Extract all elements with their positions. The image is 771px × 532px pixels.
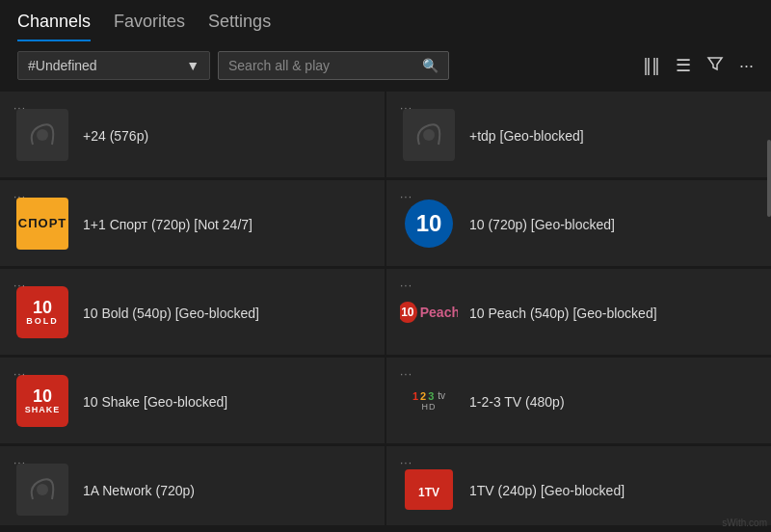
logo-ten-icon: 10 (405, 200, 453, 248)
channel-item[interactable]: ··· 1TV 1TV (240p) [Geo-blocked] (386, 446, 771, 525)
svg-text:1TV: 1TV (418, 486, 439, 499)
channel-info: 1A Network (720p) (83, 478, 371, 499)
channel-info: +tdp [Geo-blocked] (469, 123, 758, 145)
channel-info: 1-2-3 TV (480p) (469, 389, 758, 411)
channel-title: 1-2-3 TV (480p) (469, 394, 565, 410)
group-dropdown[interactable]: #Undefined ▼ (17, 51, 210, 80)
logo-generic-icon (16, 464, 68, 516)
search-box: 🔍 (218, 51, 449, 80)
channel-more-button[interactable]: ··· (400, 190, 412, 203)
channel-item[interactable]: ··· +24 (576p) (0, 92, 385, 178)
channel-more-button[interactable]: ··· (13, 279, 26, 292)
channel-info: 10 Peach (540p) [Geo-blocked] (469, 301, 758, 322)
search-input[interactable] (228, 58, 416, 73)
top-nav: Channels Favorites Settings (0, 0, 771, 41)
svg-point-1 (37, 129, 48, 141)
channel-title: +tdp [Geo-blocked] (469, 128, 584, 144)
watermark: sWith.com (722, 518, 767, 528)
channel-item[interactable]: ··· 10 10 (720p) [Geo-blocked] (386, 180, 771, 267)
channel-info: 1+1 Спорт (720p) [Not 24/7] (83, 212, 371, 233)
logo-ten-shake-icon: 10 SHAKE (16, 375, 68, 427)
channel-more-button[interactable]: ··· (400, 456, 412, 469)
channel-item[interactable]: ··· +tdp [Geo-blocked] (386, 92, 771, 178)
channel-info: 1TV (240p) [Geo-blocked] (469, 478, 758, 499)
channel-item[interactable]: ··· 1A Network (720p) (0, 446, 385, 525)
channel-info: +24 (576p) (83, 123, 371, 145)
toolbar: #Undefined ▼ 🔍 ‖‖ ☰ ··· (0, 41, 771, 90)
channel-title: 10 Peach (540p) [Geo-blocked] (469, 306, 657, 321)
tab-channels[interactable]: Channels (17, 12, 91, 41)
toolbar-icons: ‖‖ ☰ ··· (643, 55, 754, 77)
channel-logo (13, 106, 71, 164)
scrollbar[interactable] (767, 140, 771, 217)
channel-title: +24 (576p) (83, 128, 148, 144)
channel-logo: СПОРТ (13, 195, 71, 253)
channel-logo (400, 106, 458, 164)
search-icon[interactable]: 🔍 (422, 58, 439, 73)
channel-more-button[interactable]: ··· (13, 367, 26, 381)
logo-generic-icon (16, 109, 68, 161)
channel-title: 1TV (240p) [Geo-blocked] (469, 483, 625, 498)
channel-more-button[interactable]: ··· (400, 279, 412, 292)
svg-point-2 (423, 129, 435, 141)
channel-title: 1+1 Спорт (720p) [Not 24/7] (83, 217, 253, 232)
channel-item[interactable]: ··· 10 Peach 10 Peach (540p) [Geo-blocke… (386, 269, 771, 356)
more-options-icon[interactable]: ··· (739, 56, 754, 76)
logo-1tv-icon: 1TV (403, 464, 455, 516)
logo-generic-icon (403, 109, 455, 161)
channel-item[interactable]: ··· СПОРТ 1+1 Спорт (720p) [Not 24/7] (0, 180, 385, 267)
logo-sport-icon: СПОРТ (16, 198, 68, 250)
tab-settings[interactable]: Settings (208, 12, 271, 41)
chevron-down-icon: ▼ (186, 58, 199, 73)
svg-marker-0 (708, 58, 722, 69)
channel-info: 10 Shake [Geo-blocked] (83, 389, 371, 411)
svg-point-3 (37, 484, 48, 495)
logo-ten-peach-icon: 10 Peach (400, 286, 458, 338)
channel-title: 10 (720p) [Geo-blocked] (469, 217, 615, 232)
channel-item[interactable]: ··· 10 SHAKE 10 Shake [Geo-blocked] (0, 358, 385, 444)
channel-info: 10 (720p) [Geo-blocked] (469, 212, 758, 233)
channel-logo (13, 461, 71, 519)
channel-item[interactable]: ··· 1 2 3 tv HD 1-2-3 TV (480p) (386, 358, 771, 444)
logo-123tv-icon: 1 2 3 tv HD (400, 375, 458, 427)
channel-more-button[interactable]: ··· (400, 367, 412, 381)
channel-title: 10 Bold (540p) [Geo-blocked] (83, 306, 259, 321)
tab-favorites[interactable]: Favorites (114, 12, 185, 41)
dropdown-value: #Undefined (28, 58, 97, 73)
channel-item[interactable]: ··· 10 BOLD 10 Bold (540p) [Geo-blocked] (0, 269, 385, 356)
channel-grid: ··· +24 (576p) ··· (0, 90, 771, 525)
library-icon[interactable]: ‖‖ (643, 55, 660, 76)
logo-ten-bold-icon: 10 BOLD (16, 286, 68, 338)
channel-title: 1A Network (720p) (83, 483, 195, 498)
channel-info: 10 Bold (540p) [Geo-blocked] (83, 301, 371, 322)
channel-title: 10 Shake [Geo-blocked] (83, 394, 227, 410)
list-icon[interactable]: ☰ (676, 55, 691, 76)
filter-icon[interactable] (706, 55, 724, 77)
